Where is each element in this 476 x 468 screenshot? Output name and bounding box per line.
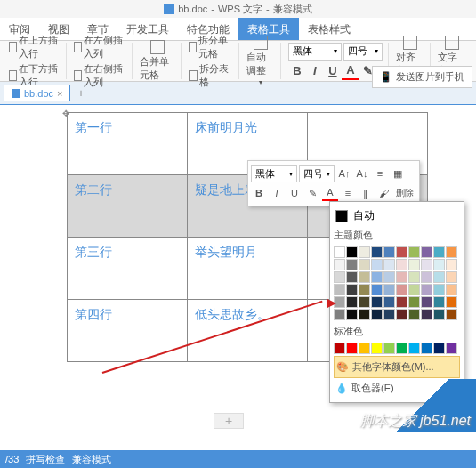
table-cell[interactable]: 第一行 bbox=[68, 113, 188, 175]
color-swatch[interactable] bbox=[346, 309, 358, 320]
insert-row-above-button[interactable]: 在上方插入行 bbox=[9, 34, 61, 61]
color-swatch[interactable] bbox=[383, 343, 395, 354]
mini-italic[interactable]: I bbox=[269, 185, 285, 201]
more-colors-item[interactable]: 🎨 其他字体颜色(M)... bbox=[334, 356, 460, 378]
color-swatch[interactable] bbox=[421, 343, 432, 354]
mini-spacing[interactable]: ‖ bbox=[358, 185, 374, 201]
color-swatch[interactable] bbox=[396, 309, 407, 320]
document-tab[interactable]: bb.doc × bbox=[4, 85, 70, 101]
font-size-dropdown[interactable]: 四号▾ bbox=[343, 43, 383, 61]
color-swatch[interactable] bbox=[421, 309, 432, 320]
mini-highlight[interactable]: ✎ bbox=[304, 185, 320, 201]
color-swatch[interactable] bbox=[371, 271, 383, 283]
underline-button[interactable]: U bbox=[324, 62, 342, 80]
color-swatch[interactable] bbox=[446, 259, 457, 270]
color-swatch[interactable] bbox=[334, 284, 345, 295]
mini-align[interactable]: ≡ bbox=[340, 185, 356, 201]
mini-format-painter[interactable]: 🖌 bbox=[375, 185, 391, 201]
mini-bold[interactable]: B bbox=[251, 185, 267, 201]
color-swatch[interactable] bbox=[446, 343, 457, 354]
add-row-handle[interactable]: + bbox=[214, 413, 244, 429]
color-swatch[interactable] bbox=[408, 259, 420, 270]
color-swatch[interactable] bbox=[383, 309, 395, 320]
color-swatch[interactable] bbox=[421, 271, 432, 283]
color-swatch[interactable] bbox=[359, 309, 370, 320]
color-swatch[interactable] bbox=[408, 309, 420, 320]
menu-表格样式[interactable]: 表格样式 bbox=[299, 18, 359, 40]
mini-font-dropdown[interactable]: 黑体▾ bbox=[251, 165, 297, 182]
color-swatch[interactable] bbox=[446, 246, 457, 258]
color-swatch[interactable] bbox=[359, 343, 370, 354]
color-swatch[interactable] bbox=[433, 296, 445, 308]
table-cell[interactable]: 举头望明月 bbox=[188, 238, 308, 300]
color-swatch[interactable] bbox=[433, 309, 445, 320]
color-swatch[interactable] bbox=[346, 259, 358, 270]
color-swatch[interactable] bbox=[383, 259, 395, 270]
color-swatch[interactable] bbox=[359, 284, 370, 295]
color-swatch[interactable] bbox=[446, 309, 457, 320]
mini-underline[interactable]: U bbox=[286, 185, 303, 201]
color-swatch[interactable] bbox=[346, 246, 358, 258]
color-swatch[interactable] bbox=[408, 296, 420, 308]
color-swatch[interactable] bbox=[396, 296, 407, 308]
color-swatch[interactable] bbox=[446, 271, 457, 283]
italic-button[interactable]: I bbox=[306, 62, 324, 80]
color-swatch[interactable] bbox=[433, 259, 445, 270]
color-swatch[interactable] bbox=[371, 309, 383, 320]
mini-size-dropdown[interactable]: 四号▾ bbox=[299, 165, 335, 182]
color-swatch[interactable] bbox=[334, 309, 345, 320]
color-swatch[interactable] bbox=[346, 271, 358, 283]
color-swatch[interactable] bbox=[359, 259, 370, 270]
mini-indent-icon[interactable]: ≡ bbox=[372, 165, 388, 182]
color-swatch[interactable] bbox=[334, 271, 345, 283]
color-swatch[interactable] bbox=[396, 271, 407, 283]
font-color-button[interactable]: A bbox=[342, 62, 359, 80]
color-swatch[interactable] bbox=[371, 296, 383, 308]
color-swatch[interactable] bbox=[371, 343, 383, 354]
color-swatch[interactable] bbox=[446, 284, 457, 295]
color-swatch[interactable] bbox=[408, 284, 420, 295]
color-swatch[interactable] bbox=[421, 296, 432, 308]
color-swatch[interactable] bbox=[383, 296, 395, 308]
color-swatch[interactable] bbox=[346, 296, 358, 308]
table-cell[interactable]: 第四行 bbox=[68, 300, 188, 362]
color-swatch[interactable] bbox=[346, 343, 358, 354]
color-swatch[interactable] bbox=[371, 284, 383, 295]
color-swatch[interactable] bbox=[433, 284, 445, 295]
send-to-phone-button[interactable]: 📱 发送图片到手机 bbox=[372, 66, 472, 88]
color-swatch[interactable] bbox=[359, 246, 370, 258]
mini-border-icon[interactable]: ▦ bbox=[390, 165, 406, 182]
color-swatch[interactable] bbox=[408, 271, 420, 283]
color-swatch[interactable] bbox=[421, 284, 432, 295]
split-table-button[interactable]: 拆分表格 bbox=[189, 62, 233, 89]
color-swatch[interactable] bbox=[421, 259, 432, 270]
mini-delete[interactable]: 删除 bbox=[393, 185, 416, 201]
bold-button[interactable]: B bbox=[288, 62, 306, 80]
color-swatch[interactable] bbox=[408, 343, 420, 354]
color-swatch[interactable] bbox=[359, 271, 370, 283]
color-swatch[interactable] bbox=[396, 343, 407, 354]
table-cell[interactable]: 第三行 bbox=[68, 238, 188, 300]
close-tab-button[interactable]: × bbox=[57, 88, 62, 99]
color-swatch[interactable] bbox=[334, 246, 345, 258]
color-swatch[interactable] bbox=[334, 343, 345, 354]
color-swatch[interactable] bbox=[346, 284, 358, 295]
merge-cells-button[interactable]: 合并单元格 bbox=[140, 40, 175, 82]
insert-col-left-button[interactable]: 在左侧插入列 bbox=[74, 34, 125, 61]
color-swatch[interactable] bbox=[433, 271, 445, 283]
color-swatch[interactable] bbox=[446, 296, 457, 308]
color-swatch[interactable] bbox=[433, 343, 445, 354]
color-swatch[interactable] bbox=[383, 271, 395, 283]
menu-开发工具[interactable]: 开发工具 bbox=[117, 18, 178, 40]
table-cell[interactable]: 第二行 bbox=[68, 175, 188, 238]
color-swatch[interactable] bbox=[396, 259, 407, 270]
color-swatch[interactable] bbox=[433, 246, 445, 258]
color-swatch[interactable] bbox=[383, 284, 395, 295]
color-swatch[interactable] bbox=[371, 246, 383, 258]
new-tab-button[interactable]: + bbox=[70, 84, 91, 103]
color-swatch[interactable] bbox=[421, 246, 432, 258]
color-swatch[interactable] bbox=[396, 284, 407, 295]
mini-grow-font[interactable]: A↑ bbox=[336, 165, 352, 182]
color-swatch[interactable] bbox=[334, 259, 345, 270]
color-swatch[interactable] bbox=[371, 259, 383, 270]
